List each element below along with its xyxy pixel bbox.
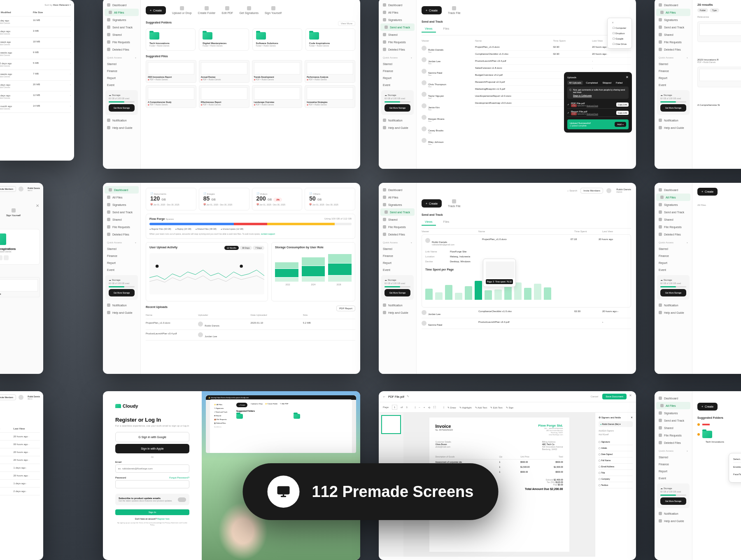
- create-button[interactable]: + Create: [146, 6, 166, 14]
- quick-item[interactable]: Finance: [103, 68, 140, 75]
- sidebar-item[interactable]: Dashboard: [655, 394, 692, 402]
- sidebar-bottom[interactable]: Notification: [379, 117, 416, 124]
- quick-item[interactable]: Report: [379, 75, 416, 82]
- file-card[interactable]: 2023 Innovations Report■ PDF • Robbi Dar…: [146, 60, 196, 83]
- sidebar-item[interactable]: Signatures: [379, 16, 416, 23]
- google-signin[interactable]: G Sign in with Google: [115, 432, 189, 442]
- sidebar-item[interactable]: Dashboard: [105, 186, 139, 194]
- table-row[interactable]: 1 week agoby Robbi Darwis18 MB ›: [0, 38, 71, 49]
- sidebar-item[interactable]: All Files: [656, 402, 690, 409]
- viewer-row[interactable]: Riley JohnsonOwn: [422, 136, 471, 147]
- back-icon[interactable]: ←: [383, 395, 386, 398]
- create-button[interactable]: + Create: [697, 403, 718, 411]
- quick-item[interactable]: Event: [379, 266, 416, 273]
- quick-item[interactable]: Event: [655, 82, 692, 89]
- quick-item[interactable]: Finance: [655, 252, 692, 259]
- add-signers-link[interactable]: Add/Edit Signers: [599, 429, 633, 432]
- sidebar-item[interactable]: All Files: [379, 9, 416, 16]
- quick-item[interactable]: Starred: [655, 61, 692, 68]
- tool-sign[interactable]: ✎ Sign: [506, 406, 514, 409]
- sidebar-item[interactable]: Deleted Files: [655, 46, 692, 53]
- field-option[interactable]: ▢ Date Signed: [599, 451, 633, 457]
- sidebar-item[interactable]: Send and Track: [655, 23, 692, 31]
- quick-item[interactable]: Finance: [655, 461, 692, 468]
- sidebar-bottom[interactable]: Help and Guide: [655, 517, 692, 525]
- file-row[interactable]: SalesForecast v1.8.docx ›: [475, 65, 631, 72]
- table-row[interactable]: 3 weeks agoby Robbi Darwis7 MB ›: [0, 70, 71, 81]
- sidebar-bottom[interactable]: Notification: [655, 510, 692, 517]
- create-button[interactable]: + Create: [422, 6, 442, 14]
- create-button[interactable]: + Create: [697, 188, 718, 196]
- quick-item[interactable]: Event: [655, 475, 692, 482]
- sidebar-item[interactable]: File Requests: [655, 432, 692, 439]
- sidebar-item[interactable]: All Files: [379, 194, 416, 201]
- field-option[interactable]: ▢ Textbox: [599, 482, 633, 488]
- quick-item[interactable]: Event: [655, 266, 692, 273]
- sidebar-bottom[interactable]: Notification: [379, 301, 416, 309]
- sidebar-item[interactable]: Shared: [379, 31, 416, 38]
- import-option[interactable]: ☐ Google: [609, 36, 630, 41]
- table-row[interactable]: 1 month agoby Robbi Darwis14 MB ›: [0, 102, 71, 113]
- sidebar-bottom[interactable]: Help and Guide: [379, 309, 416, 316]
- viewer-row[interactable]: Chris ThompsonOwn: [422, 78, 471, 90]
- field-option[interactable]: ▢ Full Name: [599, 457, 633, 464]
- table-row[interactable]: 5 days agoby Robbi Darwis20 MB ›: [0, 81, 71, 91]
- viewer-row[interactable]: Samira PatelOwn: [422, 67, 471, 78]
- sidebar-item[interactable]: Send and Track: [655, 417, 692, 424]
- quick-item[interactable]: Finance: [655, 68, 692, 75]
- field-option[interactable]: ▢ Email Address: [599, 464, 633, 470]
- tab-files[interactable]: Files: [440, 26, 453, 33]
- signin-button[interactable]: Sign In: [115, 509, 189, 515]
- sidebar-bottom[interactable]: Notification: [103, 301, 140, 309]
- sidebar-item[interactable]: File Requests: [379, 38, 416, 46]
- sidebar-item[interactable]: Signatures: [103, 16, 140, 23]
- close-panel-icon[interactable]: ✕: [631, 416, 633, 419]
- sidebar-bottom[interactable]: Notification: [655, 117, 692, 124]
- sidebar-item[interactable]: Shared: [655, 424, 692, 432]
- import-option[interactable]: ☐ Dropbox: [609, 30, 630, 36]
- quick-item[interactable]: Starred: [655, 245, 692, 252]
- quick-item[interactable]: Event: [379, 82, 416, 89]
- contact-link[interactable]: contact support: [261, 233, 275, 235]
- folder-card[interactable]: Tech InnovationsFolder • Robbi Darwis: [146, 28, 196, 51]
- password-input[interactable]: [115, 480, 189, 488]
- sidebar-item[interactable]: Signatures: [655, 201, 692, 208]
- create-folder-button[interactable]: Create Folder: [198, 6, 216, 14]
- add-myself-link[interactable]: Add Myself: [599, 433, 633, 436]
- sidebar-item[interactable]: Send and Track: [380, 208, 415, 216]
- invite-button[interactable]: Invite Members: [580, 188, 603, 194]
- sidebar-item[interactable]: File Requests: [655, 38, 692, 46]
- quick-item[interactable]: Finance: [379, 252, 416, 259]
- quick-item[interactable]: Event: [103, 266, 140, 273]
- folder-card[interactable]: Software SolutionsFolder • Robbi Darwis: [252, 28, 302, 51]
- upload-button[interactable]: Upload or Drop: [172, 6, 191, 14]
- sidebar-item[interactable]: File Requests: [103, 38, 140, 46]
- edit-filename-icon[interactable]: ✎: [407, 395, 409, 398]
- sidebar-bottom[interactable]: Notification: [655, 301, 692, 309]
- quick-item[interactable]: Starred: [103, 61, 140, 68]
- filter-folder[interactable]: Folder: [697, 8, 708, 12]
- file-card[interactable]: Landscape Overview■ PDF • Robbi Darwis: [252, 85, 303, 108]
- email-input[interactable]: [115, 464, 189, 473]
- sidebar-item[interactable]: All Files: [656, 9, 690, 16]
- close-icon[interactable]: ✕: [36, 203, 39, 208]
- field-option[interactable]: ▢ Title: [599, 470, 633, 476]
- table-row[interactable]: 1 day agoby Robbi Darwis16 MB ›: [0, 16, 71, 27]
- quick-item[interactable]: Finance: [103, 252, 140, 259]
- sidebar-item[interactable]: Dashboard: [379, 1, 416, 9]
- close-icon[interactable]: ✕: [629, 394, 632, 399]
- filter-type[interactable]: Type: [710, 8, 719, 12]
- viewer-row[interactable]: Robbi DanielsOwn: [422, 44, 471, 55]
- sidebar-item[interactable]: Deleted Files: [103, 46, 140, 53]
- sidebar-bottom[interactable]: Help and Guide: [655, 124, 692, 131]
- quick-item[interactable]: Finance: [379, 68, 416, 75]
- quick-item[interactable]: Starred: [103, 245, 140, 252]
- edit-pdf-button[interactable]: Edit PDF: [221, 6, 233, 14]
- sort-value[interactable]: Most Relevant: [53, 4, 69, 6]
- get-signatures-button[interactable]: Get Signatures: [239, 6, 259, 14]
- file-row[interactable]: ComplianceChecklist v1.0.xlsx02:3020 hou…: [475, 51, 631, 58]
- sidebar-item[interactable]: Send and Track: [655, 208, 692, 216]
- forgot-link[interactable]: Forgot Password?: [169, 476, 189, 479]
- sidebar-item[interactable]: Signatures: [655, 409, 692, 417]
- sidebar-item[interactable]: File Requests: [655, 223, 692, 231]
